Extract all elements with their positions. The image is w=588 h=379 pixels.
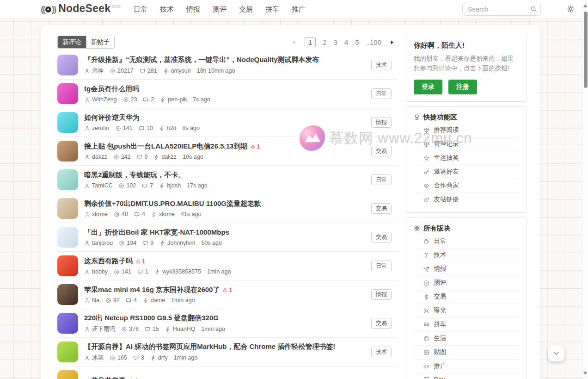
post-row[interactable]: 一些乌龙趣事 1 xyxy=(57,367,398,379)
avatar[interactable] xyxy=(57,370,78,379)
search-icon[interactable] xyxy=(530,6,537,12)
post-row[interactable]: 『升级推新』“无痕测试，基准系统，一键导出”，NodeQuality测试脚本发布… xyxy=(57,51,398,80)
post-title[interactable]: 如何评价逆天华为 xyxy=(84,113,366,122)
post-title[interactable]: 苹果mac mini m4 16g 京东国补现在2600了 1 xyxy=(84,286,366,294)
avatar[interactable] xyxy=(57,313,78,334)
tab-new-posts[interactable]: 新帖子 xyxy=(86,36,115,48)
post-last-replier[interactable]: hjdsh xyxy=(159,182,181,189)
avatar[interactable] xyxy=(57,112,78,133)
post-title[interactable]: 一些乌龙趣事 1 xyxy=(84,376,398,379)
post-row[interactable]: 剩余价值+70出DMIT.US.PRO.MALIBU 1100G流量超老款 xk… xyxy=(57,194,398,223)
sidebar-item[interactable]: 推荐阅读 xyxy=(414,124,519,137)
post-last-replier[interactable]: HuanHQ xyxy=(165,326,196,332)
post-category-tag[interactable]: 交易 xyxy=(371,203,392,214)
post-title[interactable]: 220出 Netcup RS1000 G9.5 硬盘翻倍320G xyxy=(84,314,366,323)
post-row[interactable]: 暗黑2重制版，专线能玩，不卡。 TamiCC 102 7 hjdsh 17s a… xyxy=(57,166,398,194)
post-category-tag[interactable]: 日常 xyxy=(371,174,392,185)
post-title[interactable]: 「出」折价出Boil 家 HKT家宽-NAT-1000Mbps xyxy=(84,228,366,237)
avatar[interactable] xyxy=(57,255,78,276)
post-last-replier[interactable]: pen-pik xyxy=(160,96,187,103)
avatar[interactable] xyxy=(57,284,78,305)
post-last-replier[interactable]: dakzz xyxy=(153,154,177,160)
post-last-replier[interactable]: dame xyxy=(143,297,165,304)
sidebar-item[interactable]: Dev xyxy=(414,373,519,379)
post-row[interactable]: 「出」折价出Boil 家 HKT家宽-NAT-1000Mbps tanjorou… xyxy=(57,223,398,252)
scrollbar-thumb[interactable] xyxy=(584,12,588,88)
post-author[interactable]: zerolin xyxy=(84,125,109,131)
nav-item-5[interactable]: 拼车 xyxy=(265,5,279,14)
nav-item-0[interactable]: 日常 xyxy=(134,5,147,14)
post-author[interactable]: dakzz xyxy=(84,154,107,160)
scrollbar-down-arrow[interactable] xyxy=(583,372,587,375)
post-category-tag[interactable]: 情报 xyxy=(371,117,392,128)
post-author[interactable]: 冰琬 xyxy=(84,354,104,362)
post-author[interactable]: 还下雨吗 xyxy=(84,325,115,333)
sidebar-item[interactable]: 邀请好友 xyxy=(414,165,519,179)
page-ellipsis[interactable]: ..100 xyxy=(366,38,381,46)
page-next-icon[interactable] xyxy=(388,39,395,46)
scrollbar[interactable] xyxy=(582,0,588,379)
post-last-replier[interactable]: xkrme xyxy=(151,211,175,217)
post-category-tag[interactable]: 技术 xyxy=(371,347,392,357)
post-title[interactable]: 暗黑2重制版，专线能玩，不卡。 xyxy=(84,171,366,180)
sidebar-item[interactable]: 友站链接 xyxy=(414,193,519,206)
sidebar-item[interactable]: 技术 xyxy=(414,248,519,262)
sidebar-item[interactable]: 交易 xyxy=(414,290,519,304)
post-last-replier[interactable]: onlysun xyxy=(163,68,191,74)
post-author[interactable]: Na xyxy=(84,297,99,304)
sidebar-item[interactable]: 贴图 xyxy=(414,345,519,359)
sidebar-item[interactable]: 曝光 xyxy=(414,304,519,317)
nav-item-1[interactable]: 技术 xyxy=(160,5,174,14)
avatar[interactable] xyxy=(57,55,78,75)
sidebar-item[interactable]: 测评 xyxy=(414,276,519,290)
search-input[interactable] xyxy=(462,3,541,16)
post-category-tag[interactable]: 情报 xyxy=(371,289,392,300)
page-number[interactable]: 2 xyxy=(323,38,326,46)
sidebar-item[interactable]: 生活 xyxy=(414,331,519,345)
post-category-tag[interactable]: 日常 xyxy=(371,88,392,99)
tab-new-comments[interactable]: 新评论 xyxy=(58,36,86,48)
page-number[interactable]: 5 xyxy=(355,38,359,46)
post-title[interactable]: 『升级推新』“无痕测试，基准系统，一键导出”，NodeQuality测试脚本发布 xyxy=(84,56,366,64)
theme-toggle-sun-icon[interactable] xyxy=(567,5,575,13)
post-row[interactable]: 【开源自荐】AI 驱动的书签网页应用MarkHub，配合 Chrome 插件轻松… xyxy=(57,338,398,367)
sidebar-item[interactable]: 拼车 xyxy=(414,317,519,331)
post-last-replier[interactable]: drfy xyxy=(150,354,168,361)
post-author[interactable]: WithZeng xyxy=(84,96,117,103)
post-row[interactable]: tg会员有什么用吗 WithZeng 23 2 pen-pik 7s ago 日… xyxy=(57,80,398,108)
avatar[interactable] xyxy=(57,198,78,219)
post-title[interactable]: 这东西有路子吗 1 xyxy=(84,257,366,266)
avatar[interactable] xyxy=(57,342,78,362)
page-number[interactable]: 1 xyxy=(305,37,316,47)
nav-item-6[interactable]: 推广 xyxy=(292,5,306,14)
register-button[interactable]: 注册 xyxy=(448,80,477,94)
post-row[interactable]: 这东西有路子吗 1 bobby 141 1 wyk335858575 1min … xyxy=(57,252,398,280)
nav-item-4[interactable]: 交易 xyxy=(239,5,253,14)
sidebar-item[interactable]: 推广 xyxy=(414,359,519,373)
page-prev-icon[interactable] xyxy=(291,39,298,46)
post-category-tag[interactable]: 交易 xyxy=(371,318,392,329)
post-author[interactable]: tanjorou xyxy=(84,240,113,246)
post-author[interactable]: 酒神 xyxy=(84,67,104,75)
avatar[interactable] xyxy=(57,83,78,104)
post-row[interactable]: 苹果mac mini m4 16g 京东国补现在2600了 1 Na 92 4 … xyxy=(57,280,398,309)
scroll-to-bottom-button[interactable] xyxy=(548,345,564,361)
sidebar-item[interactable]: 管理记录 xyxy=(414,137,519,151)
login-button[interactable]: 登录 xyxy=(414,80,442,94)
sidebar-item[interactable]: 日常 xyxy=(414,235,519,248)
page-number[interactable]: 4 xyxy=(344,38,348,46)
post-title[interactable]: 【开源自荐】AI 驱动的书签网页应用MarkHub，配合 Chrome 插件轻松… xyxy=(84,342,366,351)
post-category-tag[interactable]: 交易 xyxy=(371,146,392,156)
post-category-tag[interactable]: 技术 xyxy=(371,60,392,70)
post-last-replier[interactable]: h2d xyxy=(159,125,177,131)
post-category-tag[interactable]: 交易 xyxy=(371,232,392,242)
sidebar-item[interactable]: 幸运抽奖 xyxy=(414,151,519,165)
post-author[interactable]: TamiCC xyxy=(84,182,112,189)
post-title[interactable]: 剩余价值+70出DMIT.US.PRO.MALIBU 1100G流量超老款 xyxy=(84,199,366,208)
post-row[interactable]: 220出 Netcup RS1000 G9.5 硬盘翻倍320G 还下雨吗 37… xyxy=(57,309,398,338)
nav-item-2[interactable]: 情报 xyxy=(186,5,200,14)
sidebar-item[interactable]: 合作商家 xyxy=(414,179,519,193)
sidebar-item[interactable]: 情报 xyxy=(414,262,519,276)
site-logo[interactable]: (()) NodeSeek beta xyxy=(41,2,121,15)
avatar[interactable] xyxy=(57,169,78,190)
